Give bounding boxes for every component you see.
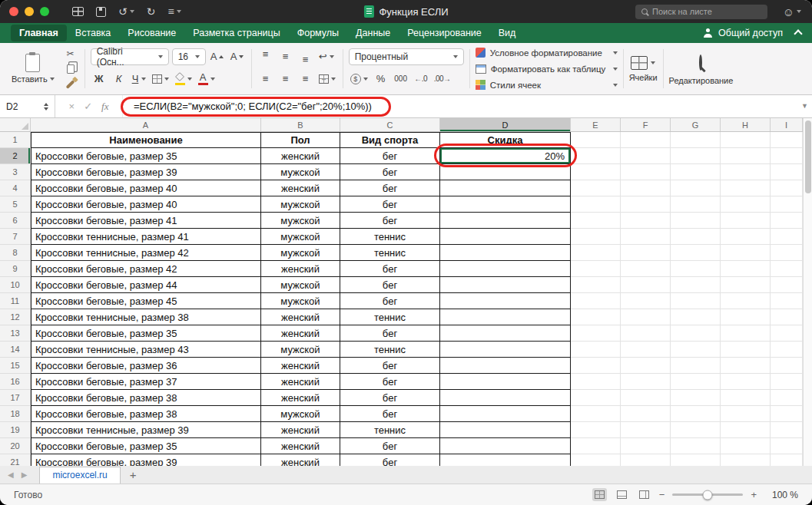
bold-button[interactable]: Ж — [91, 71, 108, 87]
align-center-button[interactable]: ≡ — [277, 71, 294, 87]
cell-A8[interactable]: Кроссовки теннисные, размер 42 — [31, 245, 261, 261]
cell-D21[interactable] — [440, 454, 571, 466]
decrease-decimal-button[interactable]: .00→ — [433, 71, 452, 87]
cell-C20[interactable]: бег — [340, 438, 440, 454]
row-header-11[interactable]: 11 — [0, 293, 31, 309]
cell-styles-button[interactable]: Стили ячеек — [476, 78, 618, 92]
cell-A20[interactable]: Кроссовки беговые, размер 35 — [31, 438, 261, 454]
column-header-B[interactable]: B — [261, 118, 340, 131]
tab-recenzirovanie[interactable]: Рецензирование — [399, 25, 490, 41]
cell-I13[interactable] — [771, 325, 803, 342]
cell-B21[interactable]: женский — [261, 454, 340, 466]
save-button[interactable] — [96, 7, 106, 17]
column-header-E[interactable]: E — [571, 118, 621, 131]
cell-G17[interactable] — [671, 390, 721, 406]
cell-I8[interactable] — [771, 245, 803, 261]
row-header-21[interactable]: 21 — [0, 454, 31, 466]
row-header-20[interactable]: 20 — [0, 438, 31, 454]
cell-E1[interactable] — [571, 132, 621, 148]
cell-E17[interactable] — [571, 390, 621, 406]
tab-dannye[interactable]: Данные — [347, 25, 399, 41]
cell-D7[interactable] — [440, 229, 571, 245]
zoom-in-button[interactable]: + — [751, 489, 757, 500]
cell-C9[interactable]: бег — [340, 261, 440, 277]
cell-A1[interactable]: Наименование — [31, 132, 261, 148]
cell-D10[interactable] — [440, 277, 571, 293]
cell-C16[interactable]: бег — [340, 374, 440, 390]
cell-B14[interactable]: мужской — [261, 342, 340, 358]
cell-I2[interactable] — [771, 148, 803, 164]
close-window-button[interactable] — [9, 7, 18, 16]
row-header-3[interactable]: 3 — [0, 164, 31, 180]
align-right-button[interactable]: ≡ — [297, 71, 314, 87]
column-header-C[interactable]: C — [340, 118, 440, 131]
cell-I20[interactable] — [771, 438, 803, 454]
cell-C19[interactable]: теннис — [340, 422, 440, 438]
vertical-scrollbar[interactable] — [803, 118, 812, 466]
cell-G14[interactable] — [671, 342, 721, 358]
cell-G5[interactable] — [671, 196, 721, 213]
cell-H3[interactable] — [721, 164, 771, 180]
normal-view-button[interactable] — [592, 488, 607, 501]
tab-formuly[interactable]: Формулы — [289, 25, 347, 41]
cell-I9[interactable] — [771, 261, 803, 277]
number-format-select[interactable]: Процентный — [349, 48, 464, 65]
cell-I12[interactable] — [771, 309, 803, 325]
select-all-corner[interactable] — [0, 118, 31, 131]
cell-H6[interactable] — [721, 213, 771, 229]
cell-H19[interactable] — [721, 422, 771, 438]
cell-E16[interactable] — [571, 374, 621, 390]
tab-vid[interactable]: Вид — [490, 25, 525, 41]
row-header-4[interactable]: 4 — [0, 180, 31, 196]
cell-G3[interactable] — [671, 164, 721, 180]
cell-A4[interactable]: Кроссовки беговые, размер 40 — [31, 180, 261, 196]
cell-F18[interactable] — [621, 406, 671, 422]
cell-C2[interactable]: бег — [340, 148, 440, 164]
cell-G6[interactable] — [671, 213, 721, 229]
cell-I14[interactable] — [771, 342, 803, 358]
cell-I21[interactable] — [771, 454, 803, 466]
cell-H13[interactable] — [721, 325, 771, 342]
column-header-I[interactable]: I — [771, 118, 803, 131]
cell-D9[interactable] — [440, 261, 571, 277]
cell-E9[interactable] — [571, 261, 621, 277]
align-middle-button[interactable]: ≡ — [277, 48, 294, 65]
zoom-slider-thumb[interactable] — [703, 490, 713, 500]
cell-A12[interactable]: Кроссовки теннисные, размер 38 — [31, 309, 261, 325]
zoom-slider[interactable] — [672, 493, 743, 496]
cell-F9[interactable] — [621, 261, 671, 277]
cell-H12[interactable] — [721, 309, 771, 325]
cell-E20[interactable] — [571, 438, 621, 454]
cell-I10[interactable] — [771, 277, 803, 293]
cell-G13[interactable] — [671, 325, 721, 342]
cell-F21[interactable] — [621, 454, 671, 466]
cell-E10[interactable] — [571, 277, 621, 293]
row-header-6[interactable]: 6 — [0, 213, 31, 229]
cell-F12[interactable] — [621, 309, 671, 325]
format-as-table-button[interactable]: Форматировать как таблицу — [476, 61, 618, 76]
cell-D5[interactable] — [440, 196, 571, 213]
cell-I18[interactable] — [771, 406, 803, 422]
tab-vstavka[interactable]: Вставка — [67, 25, 119, 41]
cell-G18[interactable] — [671, 406, 721, 422]
cell-E14[interactable] — [571, 342, 621, 358]
align-left-button[interactable]: ≡ — [257, 71, 274, 87]
page-break-view-button[interactable] — [637, 488, 651, 501]
cell-A9[interactable]: Кроссовки беговые, размер 42 — [31, 261, 261, 277]
row-header-14[interactable]: 14 — [0, 342, 31, 358]
font-color-button[interactable]: A — [197, 71, 217, 87]
cell-I17[interactable] — [771, 390, 803, 406]
cell-D4[interactable] — [440, 180, 571, 196]
cell-C11[interactable]: бег — [340, 293, 440, 309]
cell-D11[interactable] — [440, 293, 571, 309]
cell-B2[interactable]: женский — [261, 148, 340, 164]
minimize-window-button[interactable] — [25, 7, 34, 16]
row-header-16[interactable]: 16 — [0, 374, 31, 390]
cell-F8[interactable] — [621, 245, 671, 261]
cell-E15[interactable] — [571, 358, 621, 374]
percent-format-button[interactable]: % — [373, 71, 389, 87]
column-header-H[interactable]: H — [721, 118, 771, 131]
cell-F5[interactable] — [621, 196, 671, 213]
cell-C18[interactable]: бег — [340, 406, 440, 422]
cell-G8[interactable] — [671, 245, 721, 261]
